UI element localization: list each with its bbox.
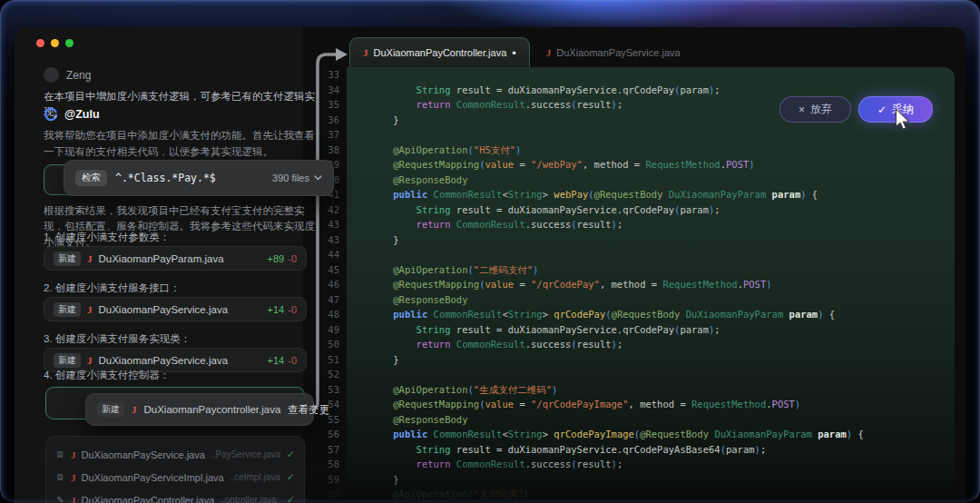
file-name: DuXiaomanPayServiceImpl.java (82, 472, 224, 483)
code-line: String result = duXiaomanPayService.qrCo… (370, 202, 955, 218)
check-icon: ✓ (287, 494, 295, 503)
file-icon: 🗎 (55, 472, 65, 482)
agent-name: @Zulu (64, 108, 100, 121)
x-icon: × (799, 104, 805, 116)
file-card[interactable]: 新建JDuXiaomanPayService.java+14-0 (44, 297, 307, 321)
changed-files-rows: 🗎JDuXiaomanPayService.java..PayService.j… (55, 443, 295, 503)
file-name: DuXiaomanPayController.java (82, 495, 215, 503)
step-label-2: 2. 创建度小满支付服务接口： (44, 281, 181, 295)
diff-counts: +14-0 (268, 304, 297, 315)
search-card[interactable]: 检索 ^.*Class.*Pay.*$ 390 files (64, 160, 334, 196)
code-line: } (370, 352, 955, 368)
code-line: } (370, 232, 955, 248)
file-name: DuXiaomanPayService.java (99, 304, 229, 315)
chevron-down-icon[interactable] (314, 175, 322, 181)
code-line: String result = duXiaomanPayService.qrCo… (370, 83, 955, 98)
step-label-3: 3. 创建度小满支付服务实现类： (44, 332, 191, 346)
accept-label: 采纳 (892, 102, 914, 117)
java-file-icon: J (71, 449, 76, 460)
code-line: return CommonResult.success(result); (370, 457, 955, 472)
tab-label: DuXiaomanPayService.java (556, 47, 680, 58)
file-path-hint: ..ontroller.java (220, 495, 276, 503)
changed-files-panel: 🗎JDuXiaomanPayService.java..PayService.j… (45, 436, 305, 503)
diff-action-buttons: × 放弃 ✓ 采纳 (779, 96, 933, 123)
code-line: @ResponseBody (370, 173, 955, 188)
discard-label: 放弃 (810, 102, 832, 117)
check-icon: ✓ (877, 104, 887, 116)
file-name: DuXiaomanPayService.java (82, 449, 205, 460)
chat-panel: Zeng 在本项目中增加度小满支付逻辑，可参考已有的支付逻辑实现。 @Zulu … (44, 27, 316, 503)
file-name: DuXiaomanPaycontroller.java (144, 404, 281, 415)
check-icon: ✓ (287, 449, 295, 460)
tab-duxiaomanpaycontroller[interactable]: J DuXiaomanPayController.java • (349, 37, 530, 67)
search-badge: 检索 (75, 170, 107, 186)
code-line: return CommonResult.success(result); (370, 217, 955, 232)
java-file-icon: J (132, 404, 137, 415)
diff-counts: +89-0 (268, 253, 297, 264)
code-line: public CommonResult<String> qrCodePayIma… (370, 427, 955, 442)
controller-file-change: 新建 J DuXiaomanPaycontroller.java 查看变更 (44, 387, 316, 430)
agent-intro-text: 我将帮助您在项目中添加度小满支付的功能。首先让我查看一下现有的支付相关代码，以便… (44, 128, 318, 161)
code-line (370, 367, 955, 382)
search-result-count: 390 files (272, 173, 309, 183)
file-path-hint: ..ceImpl.java (230, 472, 280, 482)
tab-duxiaomanpayservice[interactable]: J DuXiaomanPayService.java (534, 38, 693, 67)
accept-button[interactable]: ✓ 采纳 (858, 96, 933, 123)
java-file-icon: J (87, 253, 93, 264)
view-changes-link[interactable]: 查看变更 (288, 403, 329, 417)
code-line: public CommonResult<String> webPay(@Requ… (370, 187, 955, 202)
search-tool-call: 检索 ^.*Class.*Pay.*$ 390 files (44, 160, 316, 202)
editor-tabbar: J DuXiaomanPayController.java • J DuXiao… (349, 38, 693, 67)
controller-file-card[interactable]: 新建 J DuXiaomanPaycontroller.java 查看变更 (85, 393, 314, 426)
check-icon: ✓ (287, 471, 295, 483)
code-line: @ApiOperation("生成支付二维码") (370, 382, 955, 398)
user-row: Zeng (44, 67, 91, 83)
modified-dot-icon: • (512, 47, 516, 59)
code-line: @RequestMapping(value = "/webPay", metho… (370, 157, 955, 173)
zulu-logo-icon (44, 107, 58, 122)
step-label-1: 1. 创建度小满支付参数类： (44, 231, 170, 244)
code-line: @ApiOperation("支付回调") (370, 487, 955, 502)
tab-label: DuXiaomanPayController.java (374, 47, 507, 58)
new-file-badge: 新建 (97, 402, 124, 417)
new-file-badge: 新建 (54, 353, 81, 368)
code-line: @ResponseBody (370, 292, 955, 308)
avatar (44, 67, 59, 83)
new-file-badge: 新建 (54, 302, 81, 317)
changed-file-row[interactable]: ✎JDuXiaomanPayController.java..ontroller… (55, 488, 295, 503)
file-name: DuXiaomanPayService.java (99, 355, 229, 366)
code-line: @RequestMapping(value = "/qrCodePayImage… (370, 397, 955, 412)
code-lines: String result = duXiaomanPayService.qrCo… (370, 67, 955, 502)
changed-file-row[interactable]: 🗎JDuXiaomanPayService.java..PayService.j… (55, 443, 295, 466)
code-line (370, 247, 955, 262)
new-file-badge: 新建 (54, 252, 81, 266)
code-line: @ApiOperation("二维码支付") (370, 262, 955, 278)
file-icon: 🗎 (55, 449, 65, 459)
java-file-icon: J (71, 495, 76, 503)
code-line: return CommonResult.success(result); (370, 337, 955, 352)
code-line (370, 67, 955, 83)
agent-row: @Zulu (44, 107, 100, 122)
code-line: String result = duXiaomanPayService.qrCo… (370, 442, 955, 458)
java-file-icon: J (87, 355, 93, 366)
step-label-4: 4. 创建度小满支付控制器： (44, 369, 170, 382)
java-file-icon: J (87, 304, 93, 315)
app-window: String result = duXiaomanPayService.qrCo… (15, 27, 965, 503)
diff-counts: +14-0 (268, 355, 297, 366)
java-file-icon: J (546, 47, 552, 58)
screenshot-stage: String result = duXiaomanPayService.qrCo… (0, 0, 980, 503)
discard-button[interactable]: × 放弃 (779, 96, 851, 123)
code-line: public CommonResult<String> qrCodePay(@R… (370, 307, 955, 322)
file-name: DuXiaomanPayParam.java (99, 253, 224, 264)
code-editor-diff-panel: String result = duXiaomanPayService.qrCo… (347, 67, 955, 503)
user-name: Zeng (66, 69, 91, 82)
java-file-icon: J (71, 472, 76, 483)
code-line: String result = duXiaomanPayService.qrCo… (370, 322, 955, 338)
file-path-hint: ..PayService.java (211, 449, 280, 459)
changed-file-row[interactable]: 🗎JDuXiaomanPayServiceImpl.java..ceImpl.j… (55, 466, 295, 488)
search-query: ^.*Class.*Pay.*$ (115, 172, 216, 184)
code-line: @ResponseBody (370, 412, 955, 428)
code-line (370, 127, 955, 143)
code-line: @RequestMapping(value = "/qrCodePay", me… (370, 277, 955, 292)
file-card[interactable]: 新建JDuXiaomanPayParam.java+89-0 (44, 246, 307, 271)
